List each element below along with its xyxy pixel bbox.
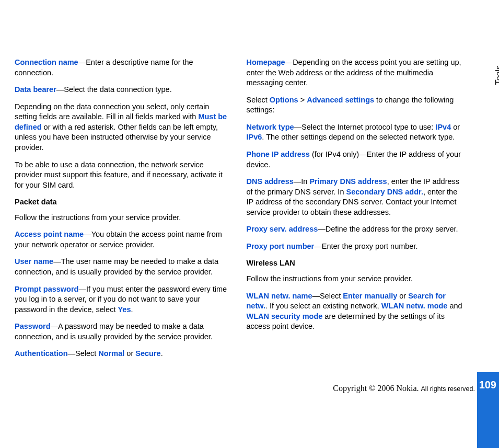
para-data-connection-note: To be able to use a data connection, the… <box>15 160 231 191</box>
term-options: Options <box>270 96 298 104</box>
text: Select <box>247 96 270 104</box>
term-proxy-port: Proxy port number <box>247 242 315 250</box>
side-margin: Tools 109 <box>477 0 499 448</box>
text: or <box>451 123 460 131</box>
para-data-bearer: Data bearer—Select the data connection t… <box>15 85 231 95</box>
term-access-point-name: Access point name <box>15 230 84 238</box>
para-must-be-defined: Depending on the data connection you sel… <box>15 102 231 153</box>
term-secondary-dns: Secondary DNS addr. <box>346 188 423 196</box>
term-primary-dns: Primary DNS address <box>309 177 387 186</box>
text: —Select the Internet protocol type to us… <box>294 123 436 131</box>
para-wlan-name: WLAN netw. name—Select Enter manually or… <box>247 291 463 332</box>
term-yes: Yes <box>118 305 131 314</box>
term-proxy-serv: Proxy serv. address <box>247 225 318 233</box>
para-phone-ip: Phone IP address (for IPv4 only)—Enter t… <box>247 150 463 170</box>
para-dns-address: DNS address—In Primary DNS address, ente… <box>247 177 463 217</box>
term-ipv4: IPv4 <box>435 123 451 131</box>
term-data-bearer: Data bearer <box>15 85 56 94</box>
text: —Select <box>68 349 99 358</box>
term-password: Password <box>15 322 51 330</box>
text: . The other settings depend on the selec… <box>262 133 455 141</box>
term-authentication: Authentication <box>15 349 68 358</box>
para-prompt-password: Prompt password—If you must enter the pa… <box>15 284 231 315</box>
rights-text: All rights reserved. <box>421 385 475 393</box>
text: or with a red asterisk. Other fields can… <box>15 123 218 152</box>
section-label: Tools <box>493 65 499 85</box>
heading-wireless-lan: Wireless LAN <box>247 258 463 269</box>
text: —Select <box>312 292 343 300</box>
text: and <box>447 302 462 310</box>
para-follow-instructions-wlan: Follow the instructions from your servic… <box>247 274 463 284</box>
text: > <box>298 96 307 104</box>
text: —Select the data connection type. <box>56 85 172 94</box>
footer-copyright: Copyright © 2006 Nokia. All rights reser… <box>333 383 475 394</box>
term-wlan-mode: WLAN netw. mode <box>381 302 448 310</box>
text: or <box>397 292 408 300</box>
para-select-options: Select Options > Advanced settings to ch… <box>247 95 463 116</box>
text: —In <box>294 177 310 186</box>
para-proxy-serv: Proxy serv. address—Define the address f… <box>247 224 463 235</box>
page-number: 109 <box>479 378 496 392</box>
term-wlan-security: WLAN security mode <box>247 312 323 320</box>
page-number-block: 109 <box>477 372 499 448</box>
term-wlan-name: WLAN netw. name <box>247 292 312 300</box>
para-user-name: User name—The user name may be needed to… <box>15 257 231 277</box>
para-follow-instructions: Follow the instructions from your servic… <box>15 213 231 223</box>
para-network-type: Network type—Select the Internet protoco… <box>247 122 463 143</box>
term-ipv6: IPv6 <box>247 133 262 141</box>
term-enter-manually: Enter manually <box>343 292 397 300</box>
copyright-text: Copyright © 2006 Nokia. <box>333 384 421 393</box>
text: . <box>131 305 133 314</box>
text: or <box>124 349 135 358</box>
para-proxy-port: Proxy port number—Enter the proxy port n… <box>247 242 463 252</box>
term-normal: Normal <box>98 349 124 358</box>
text: . If you select an existing network, <box>265 302 381 310</box>
para-authentication: Authentication—Select Normal or Secure. <box>15 349 231 359</box>
para-homepage: Homepage—Depending on the access point y… <box>247 58 463 88</box>
para-password: Password—A password may be needed to mak… <box>15 321 231 342</box>
text: —Define the address for the proxy server… <box>318 225 458 233</box>
term-user-name: User name <box>15 257 53 266</box>
term-prompt-password: Prompt password <box>15 285 78 293</box>
term-secure: Secure <box>135 349 160 358</box>
text: . <box>161 349 163 358</box>
para-connection-name: Connection name—Enter a descriptive name… <box>15 58 231 78</box>
term-dns-address: DNS address <box>247 177 294 186</box>
heading-packet-data: Packet data <box>15 197 231 208</box>
page-content: Connection name—Enter a descriptive name… <box>0 0 499 366</box>
text: Depending on the data connection you sel… <box>15 102 209 121</box>
term-network-type: Network type <box>247 123 294 131</box>
text: —Enter the proxy port number. <box>314 242 417 250</box>
term-connection-name: Connection name <box>15 58 78 66</box>
term-phone-ip: Phone IP address <box>247 150 310 158</box>
para-access-point-name: Access point name—You obtain the access … <box>15 229 231 250</box>
right-column: Homepage—Depending on the access point y… <box>247 58 463 366</box>
left-column: Connection name—Enter a descriptive name… <box>15 58 231 366</box>
term-homepage: Homepage <box>247 58 285 66</box>
term-advanced-settings: Advanced settings <box>307 96 374 104</box>
